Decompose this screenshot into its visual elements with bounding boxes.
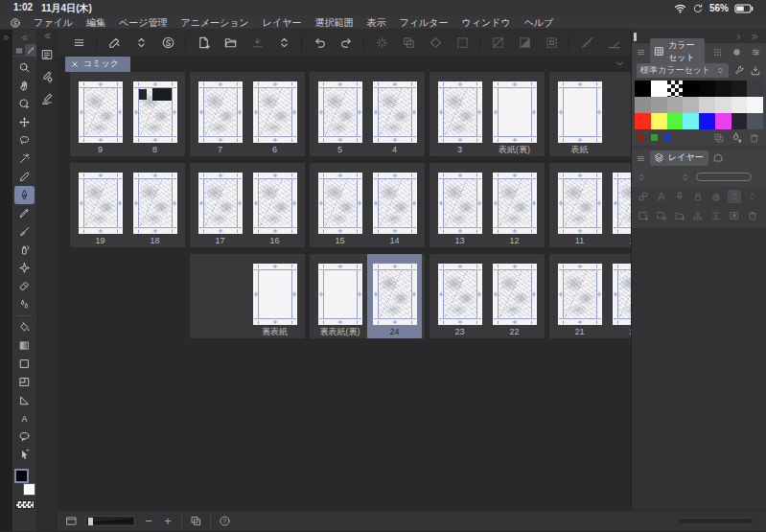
page-slot[interactable]: 18 <box>128 163 182 247</box>
page-slot[interactable]: 16 <box>247 163 302 247</box>
color-swatch[interactable] <box>699 97 715 113</box>
selection-tool[interactable] <box>14 131 35 150</box>
page-slot[interactable]: 13 <box>432 163 487 247</box>
page-thumbnail[interactable] <box>318 173 362 234</box>
page-slot[interactable]: 4 <box>367 72 422 156</box>
selection-border-button[interactable] <box>540 33 563 54</box>
page-slot[interactable]: 6 <box>247 72 302 156</box>
invert-selection-button[interactable] <box>513 33 536 54</box>
move-layer-order-icon[interactable] <box>746 190 759 203</box>
color-swatch[interactable] <box>747 81 763 97</box>
blend-mode-chevrons-icon[interactable] <box>637 173 646 182</box>
page-slot[interactable]: 表紙 <box>552 72 607 156</box>
page-thumbnail[interactable] <box>133 81 177 143</box>
eraser-tool[interactable] <box>14 277 35 295</box>
redo-button[interactable] <box>335 33 358 54</box>
page-thumbnail[interactable] <box>613 173 632 234</box>
transform-button[interactable] <box>451 33 474 54</box>
page-slot[interactable]: 11 <box>552 163 607 247</box>
menu-view[interactable]: 表示 <box>367 16 386 30</box>
page-thumbnail[interactable] <box>318 264 362 325</box>
page-thumbnail[interactable] <box>438 173 482 234</box>
color-swatch[interactable] <box>699 113 715 129</box>
import-color-set-button[interactable] <box>750 65 761 77</box>
menu-animation[interactable]: アニメーション <box>180 16 248 30</box>
save-export-button[interactable] <box>245 33 268 54</box>
layer-mask-icon[interactable] <box>728 209 741 222</box>
opacity-slider[interactable] <box>696 173 752 181</box>
undo-button[interactable] <box>308 33 331 54</box>
draft-layer-icon[interactable] <box>673 190 686 203</box>
zoom-slider-handle[interactable] <box>88 518 93 525</box>
layer-list[interactable] <box>632 228 766 510</box>
close-tab-icon[interactable] <box>71 60 79 68</box>
delete-layer-icon[interactable] <box>746 209 759 222</box>
layer-extra-tab-icon[interactable] <box>712 152 724 164</box>
new-folder-icon[interactable] <box>673 209 686 222</box>
replace-color-button[interactable] <box>713 132 725 144</box>
airbrush-tool[interactable] <box>14 241 35 259</box>
page-slot[interactable]: 7 <box>193 72 247 156</box>
page-thumbnail[interactable] <box>493 264 537 325</box>
clip-studio-logo-icon[interactable] <box>10 17 21 29</box>
new-raster-layer-icon[interactable] <box>637 209 650 222</box>
color-circle-tab-icon[interactable] <box>730 47 743 58</box>
page-thumbnail[interactable] <box>253 81 297 143</box>
new-page-button[interactable] <box>192 33 215 54</box>
color-swatch[interactable] <box>635 113 651 129</box>
page-slot[interactable]: 9 <box>73 72 128 156</box>
page-slot[interactable]: 8 <box>128 72 182 156</box>
page-slot[interactable]: 20 <box>607 254 631 338</box>
color-swatch[interactable] <box>651 97 667 113</box>
page-slot[interactable]: 表紙(裏) <box>487 72 542 156</box>
navigator-icon[interactable] <box>65 515 78 527</box>
zoom-slider[interactable] <box>85 516 135 526</box>
frame-border-tool[interactable] <box>14 373 35 391</box>
clear-button[interactable] <box>370 33 393 54</box>
page-thumbnail[interactable] <box>198 173 243 234</box>
page-slot[interactable]: 裏表紙 <box>247 254 302 338</box>
balloon-tool[interactable] <box>14 428 35 446</box>
page-thumbnail[interactable] <box>318 81 362 143</box>
blend-tool[interactable] <box>14 295 35 313</box>
panel-scrollbar[interactable] <box>678 518 754 524</box>
color-swatch[interactable] <box>635 81 651 97</box>
copy-button[interactable] <box>397 33 420 54</box>
gradient-tool[interactable] <box>14 336 35 355</box>
color-swatch[interactable] <box>683 97 699 113</box>
text-tool[interactable]: A <box>14 409 35 428</box>
color-swatch[interactable] <box>667 97 684 113</box>
page-thumbnail[interactable] <box>373 264 417 325</box>
page-thumbnail[interactable] <box>79 173 123 234</box>
tool-palette-menu-icon[interactable] <box>14 46 24 56</box>
menu-help[interactable]: ヘルプ <box>524 16 554 30</box>
page-thumbnail[interactable] <box>613 264 632 325</box>
color-swatch[interactable] <box>667 81 684 97</box>
page-slot[interactable]: 5 <box>313 72 367 156</box>
color-swatch[interactable] <box>715 81 731 97</box>
recent-color-swatch[interactable] <box>638 134 644 141</box>
collapse-panel-icon[interactable] <box>734 33 743 41</box>
page-slot[interactable]: 15 <box>313 163 367 247</box>
color-set-dropdown[interactable]: 標準カラーセット <box>637 63 729 78</box>
color-panel-menu-icon[interactable] <box>636 47 646 58</box>
zoom-tool[interactable] <box>14 58 35 77</box>
recent-color-swatch[interactable] <box>664 134 671 141</box>
recent-color-swatch[interactable] <box>651 134 658 141</box>
page-thumbnail[interactable] <box>558 173 602 234</box>
move-layer-tool[interactable] <box>14 113 35 131</box>
tool-property-palette[interactable] <box>39 91 55 105</box>
page-slot[interactable]: 19 <box>73 163 128 247</box>
color-swatch[interactable] <box>747 97 763 113</box>
color-slider-tab-icon[interactable] <box>749 47 762 58</box>
auto-select-tool[interactable] <box>14 150 35 168</box>
page-slot[interactable]: 12 <box>487 163 542 247</box>
color-swatch[interactable] <box>699 81 715 97</box>
opacity-chevrons-icon[interactable] <box>681 173 690 182</box>
tab-color-set[interactable]: カラーセット <box>650 38 705 66</box>
brush-tool[interactable] <box>14 222 35 241</box>
page-slot[interactable]: 裏表紙(裏) <box>313 254 367 338</box>
menu-page-manager[interactable]: ページ管理 <box>119 16 167 30</box>
hand-tool[interactable] <box>14 77 35 95</box>
transparent-color-swatch[interactable] <box>15 500 35 509</box>
